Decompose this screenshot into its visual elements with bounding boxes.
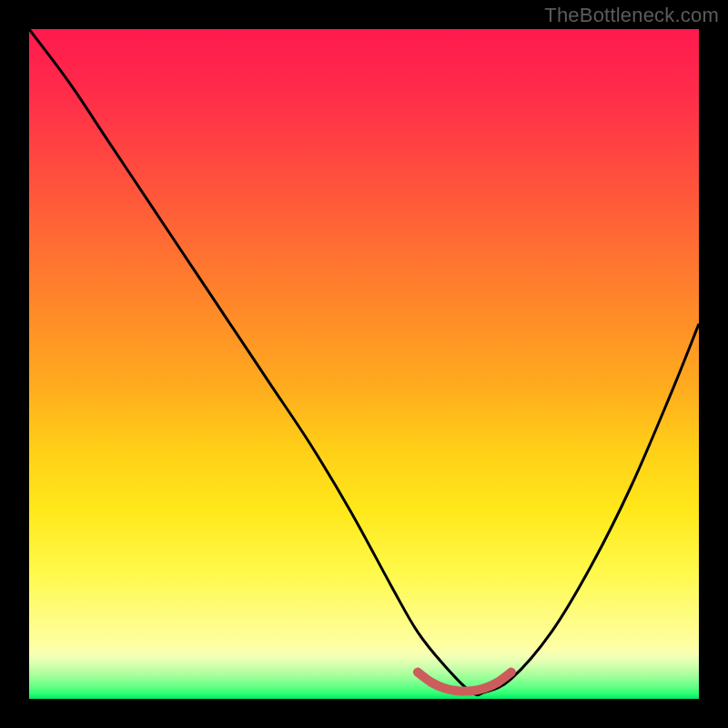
chart-frame: TheBottleneck.com: [0, 0, 728, 728]
curve-layer: [29, 29, 699, 699]
bottleneck-curve: [29, 29, 699, 695]
attribution-text: TheBottleneck.com: [544, 4, 719, 27]
plot-area: [29, 29, 699, 699]
